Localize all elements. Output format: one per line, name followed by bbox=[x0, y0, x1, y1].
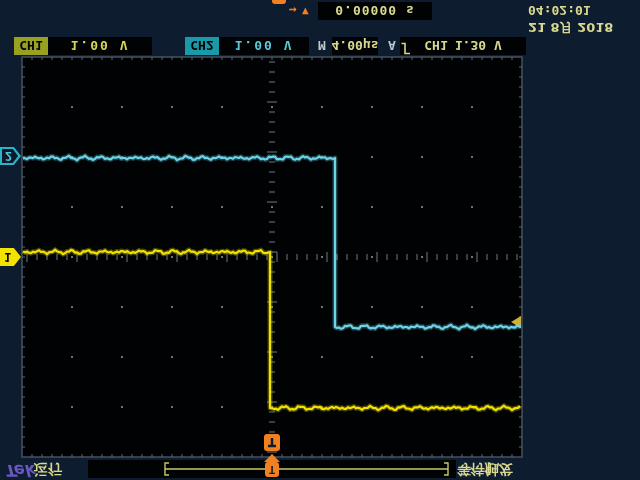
time-display: 04:02:01 bbox=[528, 4, 591, 17]
timebase-label: M bbox=[318, 39, 326, 52]
rising-edge-icon bbox=[400, 42, 411, 55]
ch2-scale-text: 1.00 V bbox=[235, 39, 294, 54]
timebase-value: 4.00µs bbox=[332, 37, 378, 55]
hposition-text: 0.00000 s bbox=[335, 4, 414, 19]
trigger-flag-glyph-footer: T bbox=[272, 0, 286, 4]
trigger-source-text: CH1 bbox=[424, 39, 447, 54]
acquisition-status: 运行 bbox=[34, 463, 62, 477]
arrow-right-icon: → bbox=[289, 4, 297, 17]
hposition-value: 0.00000 s bbox=[318, 2, 432, 20]
trigger-a-label: A bbox=[388, 39, 396, 52]
graticule-and-waveforms bbox=[0, 0, 640, 480]
ch1-scale-badge: CH1 bbox=[14, 37, 48, 55]
trigger-flag-icon-topbar: T bbox=[265, 462, 279, 477]
trigger-level-text: 1.30 V bbox=[455, 39, 502, 54]
ch1-marker-label: 1 bbox=[4, 250, 11, 264]
ch2-scale-value: 1.00 V bbox=[219, 37, 309, 55]
trigger-flag-icon-footer: T bbox=[272, 0, 286, 4]
timebase-text: 4.00µs bbox=[332, 39, 379, 54]
ch1-scale-text: 1.00 V bbox=[71, 39, 130, 54]
oscilloscope-screen: Tek 运行 T 等待触发 1 2 CH1 1.00 V CH2 1.00 V … bbox=[0, 0, 640, 480]
trigger-readout: CH1 1.30 V bbox=[400, 37, 526, 55]
trigger-status: 等待触发 bbox=[457, 463, 513, 477]
marker-triangle-icon: ▼ bbox=[302, 6, 309, 17]
screenshot-stage: Tek 运行 T 等待触发 1 2 CH1 1.00 V CH2 1.00 V … bbox=[0, 0, 640, 480]
date-display: 21 8月 2018 bbox=[528, 21, 613, 34]
trigger-flag-glyph: T bbox=[265, 462, 279, 477]
ch1-label: CH1 bbox=[19, 39, 42, 54]
ch2-label: CH2 bbox=[190, 39, 213, 54]
ch2-marker-label: 2 bbox=[2, 149, 19, 163]
flipped-screen-wrapper: Tek 运行 T 等待触发 1 2 CH1 1.00 V CH2 1.00 V … bbox=[0, 0, 640, 480]
ch1-scale-value: 1.00 V bbox=[48, 37, 152, 55]
ch2-scale-badge: CH2 bbox=[185, 37, 219, 55]
tek-logo: Tek bbox=[4, 462, 34, 478]
